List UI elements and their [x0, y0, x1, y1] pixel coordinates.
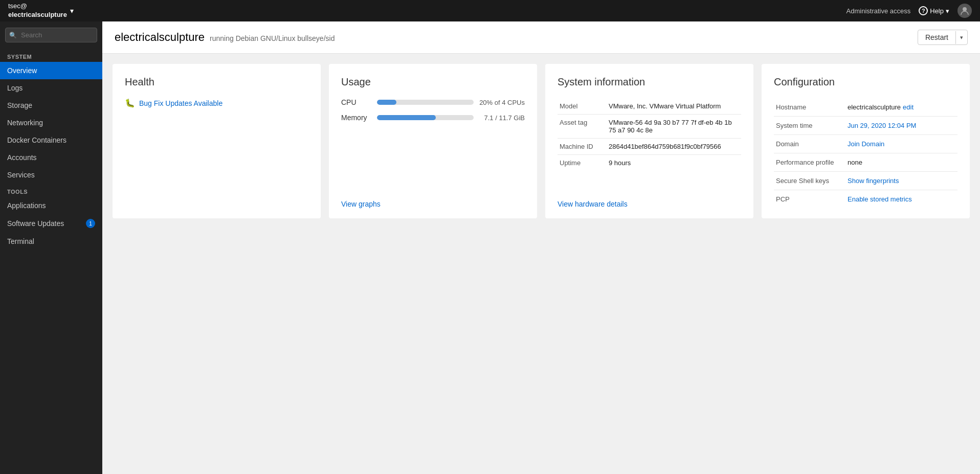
edit-hostname-link[interactable]: edit — [903, 103, 914, 111]
table-row: PCPEnable stored metrics — [774, 190, 957, 209]
page-header-left: electricalsculpture running Debian GNU/L… — [115, 31, 335, 44]
usage-card-title: Usage — [341, 76, 525, 88]
health-card: Health 🐛 Bug Fix Updates Available — [113, 64, 321, 218]
main-content: electricalsculpture running Debian GNU/L… — [102, 21, 980, 474]
configuration-card-body: HostnameelectricalsculptureeditSystem ti… — [774, 98, 957, 208]
search-input[interactable] — [5, 28, 97, 42]
info-label: Machine ID — [558, 139, 604, 155]
config-value: Jun 29, 2020 12:04 PM — [845, 117, 957, 135]
sidebar-item-terminal[interactable]: Terminal — [0, 233, 102, 250]
user-avatar[interactable] — [957, 4, 972, 18]
config-label: Secure Shell keys — [774, 172, 845, 190]
table-row: Secure Shell keysShow fingerprints — [774, 172, 957, 190]
topbar: tsec@ electricalsculpture ▾ Administrati… — [0, 0, 980, 21]
terminal-label: Terminal — [7, 237, 34, 245]
table-row: DomainJoin Domain — [774, 135, 957, 153]
help-button[interactable]: ? Help ▾ — [919, 6, 949, 15]
health-alert-text: Bug Fix Updates Available — [139, 99, 222, 107]
config-value: electricalsculptureedit — [845, 98, 957, 117]
cpu-label: CPU — [341, 98, 372, 106]
bug-icon: 🐛 — [125, 98, 135, 108]
help-label: Help — [930, 7, 944, 15]
config-value: Join Domain — [845, 135, 957, 153]
sidebar-item-overview[interactable]: Overview — [0, 62, 102, 79]
view-hardware-link[interactable]: View hardware details — [558, 192, 741, 208]
usage-card-body: CPU 20% of 4 CPUs Memory 7.1 / 11.7 GiB — [341, 98, 525, 192]
config-link[interactable]: Jun 29, 2020 12:04 PM — [848, 122, 916, 129]
page-hostname: electricalsculpture — [115, 31, 205, 44]
table-row: Asset tagVMware-56 4d 9a 30 b7 77 7f df-… — [558, 115, 741, 139]
help-icon: ? — [919, 6, 928, 15]
software-updates-label: Software Updates — [7, 219, 64, 228]
health-alert[interactable]: 🐛 Bug Fix Updates Available — [125, 98, 308, 108]
sidebar-item-docker-containers[interactable]: Docker Containers — [0, 131, 102, 149]
restart-button[interactable]: Restart — [918, 30, 955, 44]
table-row: System timeJun 29, 2020 12:04 PM — [774, 117, 957, 135]
table-row: Hostnameelectricalsculptureedit — [774, 98, 957, 117]
memory-value: 7.1 / 11.7 GiB — [479, 114, 525, 122]
memory-label: Memory — [341, 114, 372, 122]
layout: 🔍 System Overview Logs Storage Networkin… — [0, 21, 980, 474]
hostname-value: electricalsculpture — [848, 103, 901, 111]
search-container: 🔍 — [0, 21, 102, 49]
tools-section-label: Tools — [0, 184, 102, 197]
config-label: Performance profile — [774, 153, 845, 172]
health-card-body: 🐛 Bug Fix Updates Available — [125, 98, 308, 208]
info-label: Model — [558, 98, 604, 115]
config-label: PCP — [774, 190, 845, 209]
sidebar-item-software-updates[interactable]: Software Updates 1 — [0, 214, 102, 233]
info-label: Uptime — [558, 155, 604, 171]
usage-card: Usage CPU 20% of 4 CPUs Memory — [329, 64, 537, 218]
restart-caret-icon[interactable]: ▾ — [955, 31, 967, 44]
config-label: Domain — [774, 135, 845, 153]
config-link[interactable]: Enable stored metrics — [848, 195, 912, 203]
applications-label: Applications — [7, 201, 46, 210]
system-info-card-title: System information — [558, 76, 741, 88]
configuration-card-title: Configuration — [774, 76, 957, 88]
config-value: Enable stored metrics — [845, 190, 957, 209]
cpu-usage-row: CPU 20% of 4 CPUs — [341, 98, 525, 106]
help-caret-icon: ▾ — [946, 7, 949, 15]
view-graphs-link[interactable]: View graphs — [341, 192, 525, 208]
restart-button-group[interactable]: Restart ▾ — [918, 30, 968, 45]
table-row: Uptime9 hours — [558, 155, 741, 171]
search-icon: 🔍 — [9, 32, 17, 39]
docker-containers-label: Docker Containers — [7, 136, 66, 144]
configuration-card: Configuration Hostnameelectricalsculptur… — [762, 64, 970, 218]
topbar-right: Administrative access ? Help ▾ — [847, 4, 972, 18]
health-card-title: Health — [125, 76, 308, 88]
cpu-progress-bar — [377, 100, 474, 105]
sidebar-item-networking[interactable]: Networking — [0, 114, 102, 131]
admin-access-label: Administrative access — [847, 7, 911, 15]
system-info-card-body: ModelVMware, Inc. VMware Virtual Platfor… — [558, 98, 741, 192]
info-label: Asset tag — [558, 115, 604, 139]
config-value: Show fingerprints — [845, 172, 957, 190]
sidebar-item-services[interactable]: Services — [0, 166, 102, 184]
info-value: VMware, Inc. VMware Virtual Platform — [604, 98, 741, 115]
table-row: Machine ID2864d41bef864d759b681f9c0bf795… — [558, 139, 741, 155]
cpu-progress-fill — [377, 100, 396, 105]
table-row: ModelVMware, Inc. VMware Virtual Platfor… — [558, 98, 741, 115]
svg-point-0 — [963, 7, 967, 11]
memory-usage-row: Memory 7.1 / 11.7 GiB — [341, 114, 525, 122]
system-section-label: System — [0, 49, 102, 62]
memory-progress-bar — [377, 115, 474, 120]
topbar-username: tsec@ electricalsculpture — [8, 2, 67, 19]
config-link[interactable]: Show fingerprints — [848, 177, 899, 185]
page-subtitle: running Debian GNU/Linux bullseye/sid — [210, 34, 335, 42]
info-value: VMware-56 4d 9a 30 b7 77 7f df-eb 4b 1b … — [604, 115, 741, 139]
sidebar-item-storage[interactable]: Storage — [0, 97, 102, 114]
config-value: none — [845, 153, 957, 172]
page-header: electricalsculpture running Debian GNU/L… — [102, 21, 980, 54]
config-link[interactable]: Join Domain — [848, 140, 884, 148]
sidebar-item-applications[interactable]: Applications — [0, 197, 102, 214]
sidebar: 🔍 System Overview Logs Storage Networkin… — [0, 21, 102, 474]
software-updates-badge: 1 — [86, 219, 95, 228]
cards-grid: Health 🐛 Bug Fix Updates Available Usage… — [102, 54, 980, 229]
networking-label: Networking — [7, 119, 43, 127]
sidebar-item-logs[interactable]: Logs — [0, 79, 102, 97]
topbar-user[interactable]: tsec@ electricalsculpture ▾ — [8, 2, 74, 19]
sidebar-item-accounts[interactable]: Accounts — [0, 149, 102, 166]
logs-label: Logs — [7, 84, 23, 92]
cpu-value: 20% of 4 CPUs — [479, 99, 525, 106]
